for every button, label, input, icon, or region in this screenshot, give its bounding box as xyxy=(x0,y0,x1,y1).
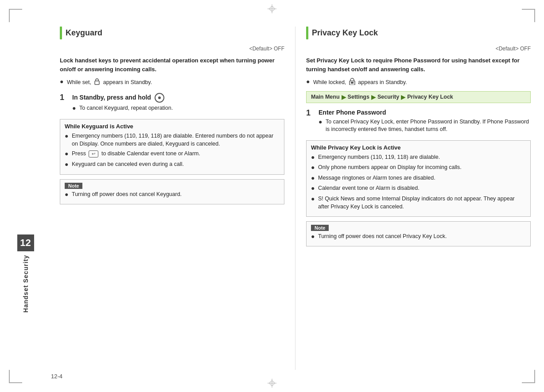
keyguard-bullet1-text: While set, appears in Standby. xyxy=(67,78,152,88)
step-number: 1 xyxy=(306,108,319,118)
keyguard-step1: 1 In Standby, press and hold ● To cancel… xyxy=(60,93,284,115)
bullet-dot: ● xyxy=(306,77,313,86)
privacy-bullet1-text: While locked, appears in Standby. xyxy=(313,78,407,88)
nav-item-security: Security xyxy=(377,94,399,100)
privacy-active-bullet3: ● Message ringtones or Alarm tones are d… xyxy=(311,174,526,183)
svg-rect-6 xyxy=(95,81,99,85)
privacy-note-box: Note ● Turning off power does not cancel… xyxy=(306,221,531,246)
keyguard-note-box: Note ● Turning off power does not cancel… xyxy=(60,179,284,204)
privacy-active-bullet1-text: Emergency numbers (110, 119, 118) are di… xyxy=(318,154,440,161)
active-bullet2: ● Press ↩ to disable Calendar event tone… xyxy=(65,150,280,158)
privacy-title: Privacy Key Lock xyxy=(312,27,378,39)
privacy-lock-icon xyxy=(349,78,355,88)
step-content: Enter Phone Password ● To cancel Privacy… xyxy=(319,108,531,136)
privacy-active-bullet4: ● Calendar event tone or Alarm is disabl… xyxy=(311,184,526,193)
privacy-note-text: Turning off power does not cancel Privac… xyxy=(318,233,447,241)
svg-point-7 xyxy=(158,96,161,99)
keyguard-note-label: Note xyxy=(65,183,82,189)
privacy-active-bullet2: ● Only phone numbers appear on Display f… xyxy=(311,164,526,172)
privacy-active-bullet3-text: Message ringtones or Alarm tones are dis… xyxy=(318,174,435,182)
step1-sub: ● To cancel Keyguard, repeat operation. xyxy=(72,104,284,113)
keyguard-panel: Keyguard <Default> OFF Lock handset keys… xyxy=(51,27,295,370)
circle-button-icon xyxy=(155,93,164,103)
corner-mark-br xyxy=(522,370,535,383)
privacy-active-title: While Privacy Key Lock is Active xyxy=(311,144,526,151)
privacy-active-bullet5-text: S! Quick News and some Internal Display … xyxy=(318,195,526,211)
nav-breadcrumb: Main Menu ▶ Settings ▶ Security ▶ Privac… xyxy=(306,91,531,103)
privacy-step1-sub1: ● To cancel Privacy Key Lock, enter Phon… xyxy=(319,118,531,134)
keyguard-default: <Default> OFF xyxy=(60,46,284,52)
page-number: 12-4 xyxy=(51,373,62,380)
privacy-default: <Default> OFF xyxy=(306,46,531,52)
privacy-step1: 1 Enter Phone Password ● To cancel Priva… xyxy=(306,108,531,136)
nav-item-main-menu: Main Menu xyxy=(311,94,340,100)
privacy-header: Privacy Key Lock xyxy=(306,27,531,39)
keyguard-header-bar xyxy=(60,27,62,39)
keyguard-header: Keyguard xyxy=(60,27,284,39)
privacy-header-bar xyxy=(306,27,308,39)
active-bullet1-text: Emergency numbers (110, 119, 118) are di… xyxy=(72,132,280,148)
step-number: 1 xyxy=(60,93,72,103)
active-bullet3-text: Keyguard can be canceled even during a c… xyxy=(72,161,184,169)
privacy-note-text-item: ● Turning off power does not cancel Priv… xyxy=(311,233,526,241)
keyguard-active-title: While Keyguard is Active xyxy=(65,123,280,130)
sidebar-text: Handset Security xyxy=(22,255,29,312)
corner-mark-tr xyxy=(522,9,535,22)
privacy-active-bullet1: ● Emergency numbers (110, 119, 118) are … xyxy=(311,154,526,162)
privacy-bullet1: ● While locked, appears in Standby. xyxy=(306,78,531,88)
step-main-text: In Standby, press and hold xyxy=(72,93,284,103)
active-bullet3: ● Keyguard can be canceled even during a… xyxy=(65,161,280,169)
main-content: Keyguard <Default> OFF Lock handset keys… xyxy=(51,27,540,370)
privacy-step1-sub1-text: To cancel Privacy Key Lock, enter Phone … xyxy=(326,118,531,134)
bullet-dot: ● xyxy=(60,77,67,86)
end-call-icon: ↩ xyxy=(89,150,98,158)
keyguard-bullet1: ● While set, appears in Standby. xyxy=(60,78,284,88)
step-content: In Standby, press and hold ● To cancel K… xyxy=(72,93,284,115)
step-main-text: Enter Phone Password xyxy=(319,108,531,116)
bullet-dot: ● xyxy=(72,104,79,113)
step1-sub-text: To cancel Keyguard, repeat operation. xyxy=(79,104,173,112)
sidebar: 12 Handset Security xyxy=(0,0,51,392)
crosshair-top xyxy=(268,4,276,13)
keyguard-title: Keyguard xyxy=(66,27,102,39)
keyguard-note-text: Turning off power does not cancel Keygua… xyxy=(72,191,182,199)
crosshair-bottom xyxy=(268,379,276,388)
nav-arrow-3: ▶ xyxy=(401,94,405,100)
keyguard-note-text-item: ● Turning off power does not cancel Keyg… xyxy=(65,191,280,199)
privacy-active-bullet4-text: Calendar event tone or Alarm is disabled… xyxy=(318,184,420,192)
privacy-intro: Set Privacy Key Lock to require Phone Pa… xyxy=(306,56,531,73)
privacy-key-lock-panel: Privacy Key Lock <Default> OFF Set Priva… xyxy=(295,27,540,370)
privacy-active-bullet5: ● S! Quick News and some Internal Displa… xyxy=(311,195,526,211)
keyguard-intro: Lock handset keys to prevent accidental … xyxy=(60,56,284,73)
nav-item-privacy-key-lock: Privacy Key Lock xyxy=(407,94,453,100)
nav-item-settings: Settings xyxy=(348,94,369,100)
nav-arrow-2: ▶ xyxy=(371,94,376,100)
privacy-active-box: While Privacy Key Lock is Active ● Emerg… xyxy=(306,140,531,217)
active-bullet2-text: Press ↩ to disable Calendar event tone o… xyxy=(72,150,200,158)
svg-rect-9 xyxy=(351,82,354,84)
privacy-note-label: Note xyxy=(311,225,329,231)
lock-icon xyxy=(94,78,100,88)
active-bullet1: ● Emergency numbers (110, 119, 118) are … xyxy=(65,132,280,148)
privacy-active-bullet2-text: Only phone numbers appear on Display for… xyxy=(318,164,462,172)
nav-arrow-1: ▶ xyxy=(342,94,346,100)
keyguard-active-box: While Keyguard is Active ● Emergency num… xyxy=(60,119,284,175)
sidebar-number: 12 xyxy=(17,234,34,251)
